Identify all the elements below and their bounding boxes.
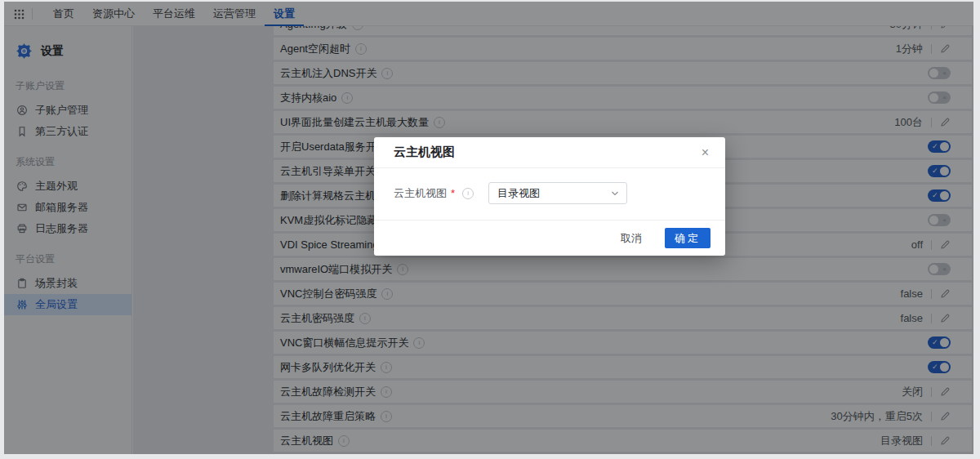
modal-title: 云主机视图 <box>394 145 455 160</box>
close-icon[interactable]: × <box>702 146 709 159</box>
confirm-button[interactable]: 确定 <box>665 228 710 248</box>
vm-view-modal: 云主机视图 × 云主机视图*i 目录视图 取消 确定 <box>374 137 725 256</box>
vm-view-select[interactable]: 目录视图 <box>488 182 627 204</box>
required-mark: * <box>451 187 455 199</box>
modal-footer: 取消 确定 <box>374 220 725 256</box>
field-label-text: 云主机视图 <box>394 186 447 201</box>
select-value: 目录视图 <box>497 186 540 201</box>
field-label: 云主机视图*i <box>394 186 488 201</box>
info-icon: i <box>462 188 474 199</box>
chevron-down-icon <box>611 189 619 198</box>
cancel-button[interactable]: 取消 <box>616 230 647 247</box>
modal-body: 云主机视图*i 目录视图 <box>374 168 725 204</box>
modal-header: 云主机视图 × <box>374 137 725 168</box>
